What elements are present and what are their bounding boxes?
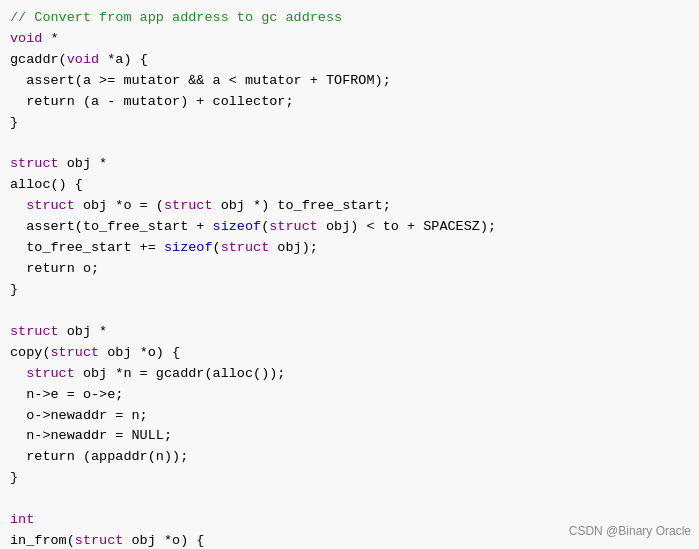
code-line: struct obj * <box>10 322 689 343</box>
code-line: o->newaddr = n; <box>10 406 689 427</box>
code-line: n->newaddr = NULL; <box>10 426 689 447</box>
code-line: } <box>10 468 689 489</box>
code-line <box>10 134 689 155</box>
code-line: n->e = o->e; <box>10 385 689 406</box>
code-line: gcaddr(void *a) { <box>10 50 689 71</box>
code-line: } <box>10 113 689 134</box>
code-line: // Convert from app address to gc addres… <box>10 8 689 29</box>
code-line: return o; <box>10 259 689 280</box>
code-line <box>10 489 689 510</box>
code-line: to_free_start += sizeof(struct obj); <box>10 238 689 259</box>
code-line: struct obj *n = gcaddr(alloc()); <box>10 364 689 385</box>
code-line: struct obj *o = (struct obj *) to_free_s… <box>10 196 689 217</box>
code-line: assert(a >= mutator && a < mutator + TOF… <box>10 71 689 92</box>
code-container: // Convert from app address to gc addres… <box>0 0 699 549</box>
code-line: assert(to_free_start + sizeof(struct obj… <box>10 217 689 238</box>
code-line: void * <box>10 29 689 50</box>
code-block: // Convert from app address to gc addres… <box>10 8 689 549</box>
code-line: return (a - mutator) + collector; <box>10 92 689 113</box>
code-line: copy(struct obj *o) { <box>10 343 689 364</box>
code-line: struct obj * <box>10 154 689 175</box>
watermark: CSDN @Binary Oracle <box>569 522 691 541</box>
code-line: } <box>10 280 689 301</box>
code-line <box>10 301 689 322</box>
code-line: return (appaddr(n)); <box>10 447 689 468</box>
code-line: alloc() { <box>10 175 689 196</box>
